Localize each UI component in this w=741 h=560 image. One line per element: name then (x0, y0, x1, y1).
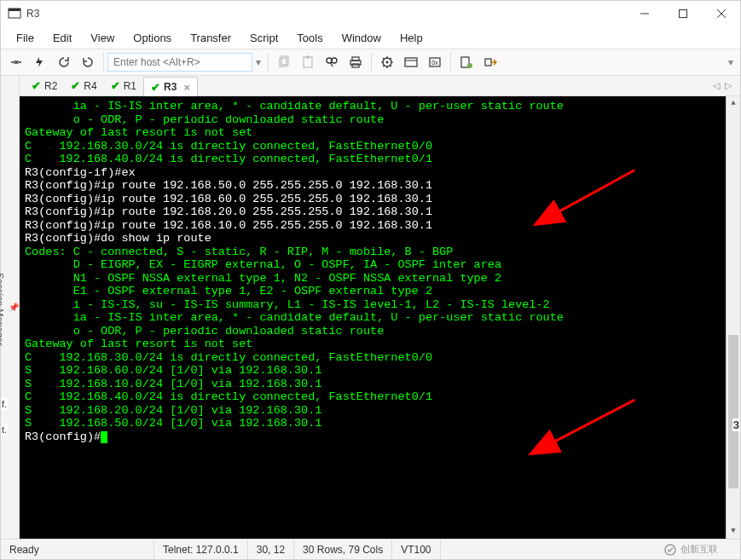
close-tab-icon[interactable]: × (183, 81, 190, 94)
svg-rect-1 (9, 9, 20, 11)
status-ok-icon: ✔ (111, 79, 120, 92)
status-connection: Telnet: 127.0.0.1 (154, 540, 248, 559)
edge-fragment: t. (1, 424, 8, 436)
svg-rect-3 (679, 10, 686, 18)
svg-rect-8 (304, 57, 312, 67)
app-icon (8, 7, 21, 20)
terminal-line: S 192.168.10.0/24 [1/0] via 192.168.30.1 (25, 378, 738, 391)
app-window: R3 FileEditViewOptionsTransferScriptTool… (0, 0, 741, 560)
terminal-line: R3(config)#ip route 192.168.10.0 255.255… (25, 219, 738, 233)
minimize-button[interactable] (625, 2, 663, 26)
host-input[interactable] (107, 53, 252, 72)
edge-fragment: 3 (732, 419, 740, 431)
svg-rect-18 (405, 58, 417, 66)
menu-edit[interactable]: Edit (44, 28, 80, 48)
terminal-line: E1 - OSPF external type 1, E2 - OSPF ext… (25, 285, 738, 298)
terminal-line: R3(config)#ip route 192.168.20.0 255.255… (25, 205, 738, 219)
session-manager-panel[interactable]: 📌 Session Manager (1, 76, 20, 539)
terminal-line: R3(config)#ip route 192.168.60.0 255.255… (25, 193, 738, 206)
edge-fragment: f. (1, 398, 8, 410)
terminal-line: C 192.168.40.0/24 is directly connected,… (25, 153, 738, 166)
tab-next-icon[interactable]: ▷ (725, 80, 732, 91)
svg-rect-9 (306, 56, 310, 59)
menu-view[interactable]: View (82, 28, 123, 48)
find-icon[interactable] (320, 50, 344, 74)
menu-transfer[interactable]: Transfer (182, 28, 240, 48)
menu-tools[interactable]: Tools (288, 28, 331, 48)
session-manager-label: Session Manager (0, 273, 5, 346)
status-bar: Ready Telnet: 127.0.0.1 30, 12 30 Rows, … (1, 539, 740, 559)
properties-icon[interactable] (375, 50, 399, 74)
titlebar: R3 (1, 1, 740, 26)
menu-file[interactable]: File (8, 28, 43, 48)
terminal-output[interactable]: ia - IS-IS inter area, * - candidate def… (20, 96, 740, 539)
terminal-line: R3(config)#do show ip route (25, 232, 738, 245)
terminal-line: i - IS-IS, su - IS-IS summary, L1 - IS-I… (25, 298, 738, 312)
terminal-scrollbar[interactable]: ▲ ▼ (726, 96, 740, 539)
terminal-line: o - ODR, P - periodic downloaded static … (25, 325, 738, 338)
scroll-down-icon[interactable]: ▼ (727, 524, 740, 539)
svg-rect-15 (352, 64, 359, 67)
status-ok-icon: ✔ (71, 79, 80, 92)
script-icon[interactable] (454, 50, 478, 74)
tab-r1[interactable]: ✔R1 (104, 76, 143, 95)
terminal-line: D - EIGRP, EX - EIGRP external, O - OSPF… (25, 258, 738, 272)
terminal-line: o - ODR, P - periodic downloaded static … (25, 113, 738, 127)
print-icon[interactable] (344, 50, 368, 74)
terminal-line: S 192.168.50.0/24 [1/0] via 192.168.30.1 (25, 417, 738, 430)
terminal-line: ia - IS-IS inter area, * - candidate def… (25, 100, 738, 113)
scroll-up-icon[interactable]: ▲ (727, 96, 740, 111)
svg-point-10 (327, 58, 332, 63)
tab-r2[interactable]: ✔R2 (25, 76, 64, 95)
watermark-logo: 创新互联 (655, 540, 723, 559)
resize-grip[interactable] (723, 540, 740, 559)
terminal-line: S 192.168.20.0/24 [1/0] via 192.168.30.1 (25, 404, 738, 418)
menu-options[interactable]: Options (124, 28, 180, 48)
menubar: FileEditViewOptionsTransferScriptToolsWi… (1, 26, 740, 49)
toolbar-overflow-icon[interactable]: ▾ (725, 56, 737, 68)
svg-text:0x: 0x (431, 60, 438, 66)
terminal-line: C 192.168.40.0/24 is directly connected,… (25, 390, 738, 404)
terminal-line: Codes: C - connected, S - static, R - RI… (25, 245, 738, 259)
terminal-line: Gateway of last resort is not set (25, 126, 738, 140)
transfer-icon[interactable] (478, 50, 502, 74)
cursor (101, 431, 107, 443)
status-cursor: 30, 12 (248, 540, 294, 559)
host-dropdown-icon[interactable]: ▾ (252, 56, 264, 68)
svg-point-11 (332, 58, 337, 63)
terminal-line: R3(config-if)#ex (25, 166, 738, 180)
tab-r4[interactable]: ✔R4 (64, 76, 103, 95)
svg-line-12 (331, 63, 333, 66)
terminal-line: R3(config)#ip route 192.168.50.0 255.255… (25, 179, 738, 193)
toolbar: ▾ 0x ▾ (1, 49, 740, 76)
status-ok-icon: ✔ (32, 79, 41, 92)
menu-window[interactable]: Window (333, 28, 390, 48)
terminal-line: Gateway of last resort is not set (25, 338, 738, 351)
paste-icon[interactable] (296, 50, 320, 74)
scroll-thumb[interactable] (728, 335, 738, 488)
terminal-line: ia - IS-IS inter area, * - candidate def… (25, 311, 738, 325)
window-title: R3 (26, 8, 39, 20)
terminal-line: C 192.168.30.0/24 is directly connected,… (25, 351, 738, 365)
status-ok-icon: ✔ (151, 81, 160, 94)
svg-point-23 (467, 63, 472, 68)
tab-prev-icon[interactable]: ◁ (713, 80, 720, 91)
close-button[interactable] (702, 2, 740, 26)
status-size: 30 Rows, 79 Cols (294, 540, 392, 559)
copy-icon[interactable] (272, 50, 296, 74)
svg-point-17 (386, 61, 389, 64)
disconnect-icon[interactable] (76, 50, 100, 74)
status-emulation: VT100 (392, 540, 440, 559)
terminal-line: R3(config)# (25, 430, 738, 444)
hex-icon[interactable]: 0x (423, 50, 447, 74)
menu-help[interactable]: Help (391, 28, 431, 48)
connect-icon[interactable] (4, 50, 28, 74)
tab-r3[interactable]: ✔R3× (143, 77, 198, 96)
pin-icon[interactable]: 📌 (9, 303, 19, 312)
session-options-icon[interactable] (399, 50, 423, 74)
reconnect-icon[interactable] (52, 50, 76, 74)
tab-strip: ✔R2✔R4✔R1✔R3× ◁ ▷ (20, 76, 740, 96)
menu-script[interactable]: Script (241, 28, 287, 48)
maximize-button[interactable] (663, 2, 702, 26)
quick-connect-icon[interactable] (28, 50, 52, 74)
